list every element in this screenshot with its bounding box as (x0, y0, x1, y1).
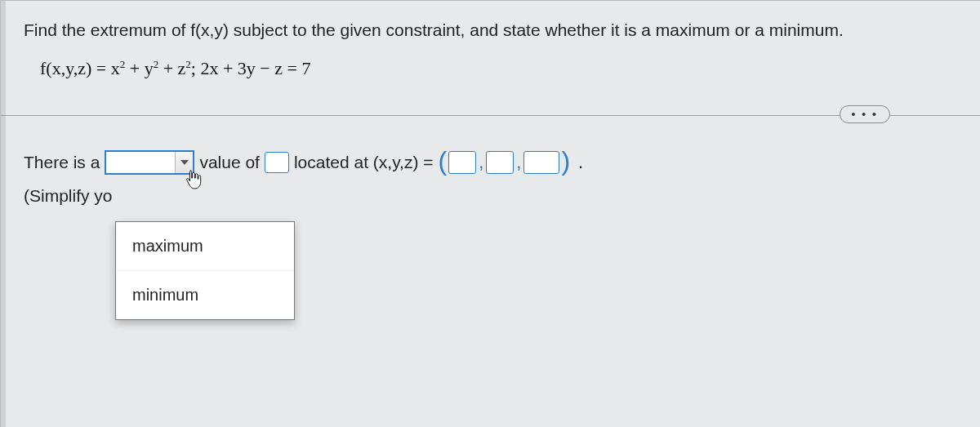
left-edge-shadow (1, 1, 6, 427)
simplify-hint: (Simplify yo (24, 186, 947, 206)
extremum-value-input[interactable] (265, 152, 289, 173)
comma-2: , (515, 152, 522, 173)
question-prompt: Find the extremum of f(x,y) subject to t… (1, 1, 980, 51)
z-coordinate-input[interactable] (523, 151, 559, 174)
extremum-type-dropdown[interactable] (105, 150, 194, 175)
more-options-button[interactable]: • • • (840, 105, 890, 123)
dropdown-option-maximum[interactable]: maximum (116, 222, 294, 270)
comma-1: , (478, 152, 484, 173)
objective-and-constraint: f(x,y,z) = x2 + y2 + z2; 2x + 3y − z = 7 (1, 51, 980, 99)
question-page: Find the extremum of f(x,y) subject to t… (0, 0, 980, 427)
x-coordinate-input[interactable] (448, 151, 476, 174)
sentence-period: . (578, 152, 583, 173)
located-at-text: located at (x,y,z) = (294, 153, 434, 172)
value-of-text: value of (199, 153, 260, 172)
divider-line (1, 115, 980, 116)
y-coordinate-input[interactable] (486, 151, 514, 174)
extremum-dropdown-menu: maximum minimum (115, 221, 295, 320)
answer-area: There is a value of located at (x,y,z) =… (1, 148, 980, 206)
open-paren: ( (439, 146, 448, 176)
answer-sentence: There is a value of located at (x,y,z) =… (24, 148, 947, 178)
dropdown-option-minimum[interactable]: minimum (116, 270, 294, 319)
chevron-down-icon (175, 152, 193, 173)
answer-lead-text: There is a (24, 153, 100, 172)
svg-marker-0 (180, 160, 189, 165)
close-paren: ) (561, 146, 570, 176)
section-divider: • • • (1, 105, 980, 125)
coordinate-triplet: ( , , ) (439, 148, 571, 178)
